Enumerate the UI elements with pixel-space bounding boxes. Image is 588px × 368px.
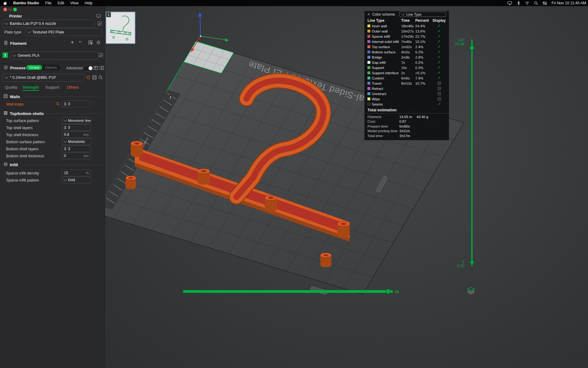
remove-filament-button[interactable]: − [79, 39, 82, 45]
menu-item-file[interactable]: File [42, 0, 55, 6]
window-zoom-button[interactable] [13, 8, 17, 11]
save-preset-icon[interactable] [92, 75, 97, 80]
spinner-arrows[interactable] [64, 126, 66, 129]
filament-edit-icon[interactable] [99, 53, 104, 58]
layer-slider-bottom-handle[interactable] [470, 260, 474, 264]
search-settings-icon[interactable] [98, 75, 103, 80]
wifi-icon[interactable] [525, 1, 530, 5]
advanced-toggle[interactable] [83, 66, 93, 71]
scope-objects-button[interactable]: Objects [42, 65, 60, 70]
parameter-table-icon[interactable] [94, 66, 99, 71]
col-time: Time [401, 18, 415, 23]
line-type-name: Travel [372, 82, 401, 85]
display-checkbox[interactable]: ✓ [438, 40, 441, 43]
display-checkbox[interactable] [438, 82, 441, 85]
line-type-time: 2m8s [401, 56, 415, 59]
layer-slider-bottom-label: 1 0.20 [451, 260, 464, 268]
process-section-title: Process [10, 66, 26, 70]
printer-edit-icon[interactable] [97, 21, 102, 26]
sparse-infill-density-input[interactable]: 15 % [62, 170, 91, 176]
legend-row: Unretract [364, 91, 449, 96]
line-type-percent: 10.1% [415, 40, 432, 44]
menu-item-view[interactable]: View [67, 0, 81, 6]
display-checkbox[interactable] [438, 87, 441, 90]
compare-presets-icon[interactable] [100, 66, 104, 71]
process-preset-select[interactable]: * 0.24mm Draft @BBL P1P [2, 74, 84, 82]
layer-slider-track[interactable] [471, 39, 473, 266]
tab-support[interactable]: Support [45, 85, 59, 90]
bottom-shell-thickness-input[interactable]: 0 mm [62, 152, 91, 159]
top-surface-pattern-label: Top surface pattern [6, 119, 39, 123]
filament-preset-select[interactable]: Generic PLA [10, 52, 98, 59]
display-checkbox[interactable]: ✓ [438, 56, 441, 59]
3d-viewport[interactable]: PLA/PETG/TPU Dual-Sided Textured PEI Pla… [105, 6, 588, 368]
window-minimize-button[interactable] [8, 8, 12, 11]
plate-type-select[interactable]: Textured PEI Plate [25, 28, 102, 36]
display-checkbox[interactable]: ✓ [438, 24, 441, 28]
bottom-shell-thickness-label: Bottom shell thickness [6, 154, 44, 158]
filament-slot-badge[interactable]: 1 [2, 52, 8, 58]
top-shell-thickness-input[interactable]: 0.6 mm [62, 131, 91, 138]
wall-loops-spinner[interactable]: 3 [62, 101, 91, 107]
display-checkbox[interactable]: ✓ [438, 76, 441, 80]
col-display: Display [433, 18, 446, 23]
flush-volumes-icon[interactable] [88, 40, 93, 45]
screen-mirroring-icon[interactable] [507, 1, 512, 5]
move-slider-track[interactable] [183, 290, 393, 293]
spinner-arrows[interactable] [64, 147, 66, 151]
legend-row: Travel8m13s10.7% [364, 81, 449, 86]
move-slider-handle[interactable] [386, 289, 391, 294]
bottom-surface-pattern-select[interactable]: Monotonic [62, 138, 91, 145]
infill-section-header: Infill [4, 162, 102, 167]
tab-quality[interactable]: Quality [5, 85, 17, 90]
display-checkbox[interactable] [438, 97, 441, 101]
reset-preset-icon[interactable] [86, 75, 91, 80]
layers-view-icon[interactable] [467, 286, 475, 296]
sparse-infill-pattern-select[interactable]: Grid [62, 177, 91, 183]
top-surface-pattern-select[interactable]: Monotonic line [62, 117, 91, 124]
apple-menu-icon[interactable] [0, 0, 10, 6]
bluetooth-icon[interactable] [517, 1, 520, 5]
printer-preset-value: Bambu Lab P1P 0.4 nozzle [10, 21, 56, 26]
menu-item-help[interactable]: Help [81, 0, 96, 6]
display-checkbox[interactable]: ✓ [438, 71, 441, 75]
line-type-time: 6m6s [401, 76, 415, 80]
unit-label: mm [83, 154, 89, 158]
printer-connection-icon[interactable] [96, 13, 101, 18]
printer-preset-select[interactable]: Bambu Lab P1P 0.4 nozzle [2, 20, 95, 28]
scope-global-button[interactable]: Global [26, 65, 42, 70]
filament-settings-gear-icon[interactable] [96, 40, 101, 45]
plate-thumbnail[interactable]: 1 [106, 12, 135, 44]
top-shell-layers-spinner[interactable]: 3 [62, 124, 91, 131]
display-checkbox[interactable]: ✓ [438, 29, 441, 33]
display-checkbox[interactable]: ✓ [438, 66, 441, 69]
display-checkbox[interactable]: ✓ [438, 45, 441, 48]
display-checkbox[interactable]: ✓ [438, 102, 441, 106]
display-checkbox[interactable]: ✓ [438, 35, 441, 38]
menu-clock[interactable]: Fri Nov 10 11:45 AM [552, 1, 586, 5]
search-icon[interactable] [534, 1, 538, 5]
tab-strength[interactable]: Strength [23, 85, 39, 90]
menu-app-name[interactable]: Bambu Studio [10, 0, 42, 6]
display-checkbox[interactable]: ✓ [438, 61, 441, 64]
total-value: 0.87 [399, 120, 417, 123]
view-type-select[interactable]: Line Type [399, 12, 446, 17]
layer-slider-top-handle[interactable] [469, 45, 474, 50]
add-filament-button[interactable]: + [71, 39, 74, 45]
line-type-percent: 0.2% [415, 61, 432, 64]
control-center-icon[interactable] [543, 1, 547, 5]
close-icon[interactable]: × [368, 12, 370, 17]
left-panel: Printer Bambu Lab P1P 0.4 nozzle Plate t… [0, 6, 105, 368]
top-surface-pattern-value: Monotonic line [68, 119, 91, 122]
spinner-arrows[interactable] [64, 102, 66, 106]
display-checkbox[interactable]: ✓ [438, 50, 441, 54]
display-checkbox[interactable] [438, 92, 441, 95]
line-type-color-swatch [368, 82, 370, 85]
tab-others[interactable]: Others [67, 85, 79, 90]
wall-loops-reset-icon[interactable] [56, 102, 61, 106]
bottom-shell-layers-spinner[interactable]: 3 [62, 145, 91, 152]
menu-item-edit[interactable]: Edit [55, 0, 67, 6]
plate-flip-icon [168, 95, 173, 99]
window-close-button[interactable] [3, 8, 7, 11]
legend-row: Top surface1m52s2.4%✓ [364, 44, 449, 49]
